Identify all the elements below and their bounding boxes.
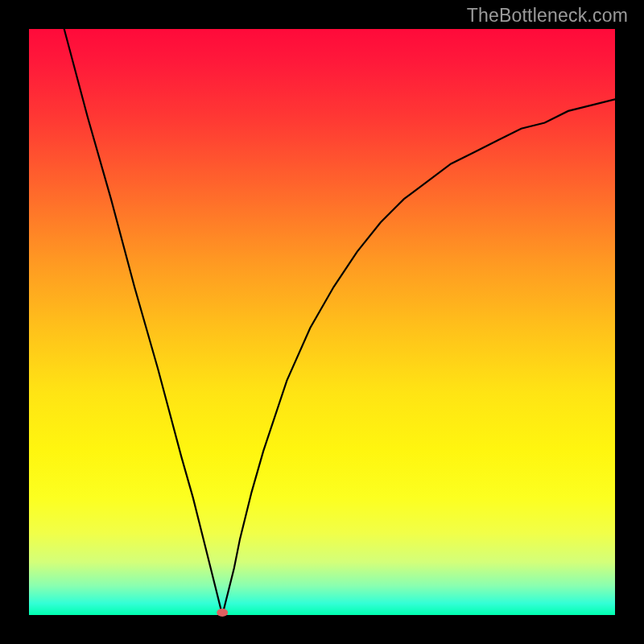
plot-area [29,29,615,615]
vertex-marker [217,609,228,617]
chart-frame: TheBottleneck.com [0,0,644,644]
bottleneck-curve [64,29,615,615]
curve-svg [29,29,615,615]
watermark-text: TheBottleneck.com [467,5,628,27]
